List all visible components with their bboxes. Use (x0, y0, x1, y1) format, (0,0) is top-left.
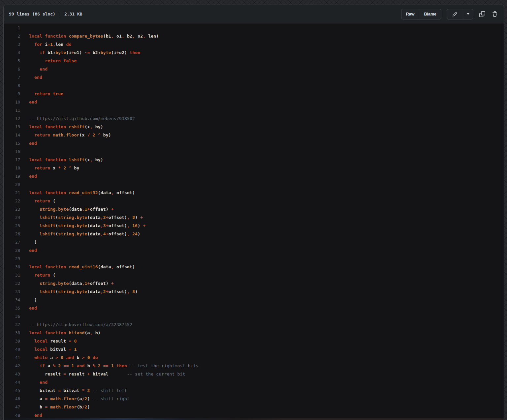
line-number[interactable]: 5 (4, 57, 20, 65)
line-number[interactable]: 6 (4, 65, 20, 73)
line-number[interactable]: 14 (4, 131, 20, 139)
line-number[interactable]: 18 (4, 164, 20, 172)
line-number[interactable]: 37 (4, 320, 20, 329)
code-token: + (87, 372, 93, 376)
line-number[interactable]: 44 (4, 378, 20, 386)
line-number[interactable]: 29 (4, 255, 20, 263)
line-number[interactable]: 45 (4, 386, 20, 395)
line-number[interactable]: 24 (4, 213, 20, 222)
code-token: -- set the current bit (127, 372, 185, 376)
line-number[interactable]: 21 (4, 189, 20, 197)
code-token: * (58, 165, 63, 170)
code-line: 21local function read_uint32(data, offse… (4, 189, 504, 197)
line-number[interactable]: 36 (4, 312, 20, 320)
line-number[interactable]: 3 (4, 40, 20, 48)
code-text: end (20, 378, 48, 386)
line-number[interactable]: 23 (4, 205, 20, 213)
line-number[interactable]: 30 (4, 263, 20, 271)
code-text: end (20, 73, 42, 81)
copy-button[interactable] (479, 11, 486, 18)
bottom-edge (4, 418, 504, 420)
code-token: ( (53, 273, 55, 278)
line-number[interactable]: 40 (4, 345, 20, 353)
meta-divider (60, 11, 60, 17)
line-number[interactable]: 22 (4, 197, 20, 205)
code-token (29, 347, 34, 352)
line-number[interactable]: 43 (4, 370, 20, 378)
code-token: local function (29, 330, 69, 335)
trash-icon (492, 11, 498, 17)
code-text: ) (20, 238, 37, 246)
edit-button[interactable] (447, 9, 463, 19)
code-text: local function bitand(a, b) (20, 329, 101, 337)
line-number[interactable]: 2 (4, 32, 20, 40)
code-text: end (20, 304, 37, 312)
code-text: result = result + bitval -- set the curr… (20, 370, 185, 378)
code-token: a (48, 363, 53, 368)
line-number[interactable]: 20 (4, 180, 20, 189)
line-number[interactable]: 19 (4, 172, 20, 180)
line-number[interactable]: 16 (4, 147, 20, 156)
code-token: and (66, 355, 77, 360)
line-number[interactable]: 17 (4, 156, 20, 164)
code-token: (i (111, 50, 116, 55)
line-number[interactable]: 31 (4, 271, 20, 279)
code-line: 7 end (4, 73, 504, 81)
code-token: (x (85, 124, 90, 129)
line-number[interactable]: 27 (4, 238, 20, 246)
line-number[interactable]: 39 (4, 337, 20, 345)
line-number[interactable]: 35 (4, 304, 20, 312)
code-token: if (40, 50, 48, 55)
code-token: 0 (87, 355, 93, 360)
code-token: local function (29, 157, 69, 162)
code-line: 27 ) (4, 238, 504, 246)
line-number[interactable]: 12 (4, 114, 20, 123)
line-number[interactable]: 47 (4, 403, 20, 411)
blame-button[interactable]: Blame (419, 9, 441, 19)
line-number[interactable]: 28 (4, 246, 20, 255)
code-token (29, 363, 40, 368)
line-number[interactable]: 42 (4, 362, 20, 370)
line-number[interactable]: 7 (4, 73, 20, 81)
code-token: (x (85, 157, 90, 162)
line-number[interactable]: 46 (4, 395, 20, 403)
line-number[interactable]: 10 (4, 98, 20, 106)
code-token (29, 339, 34, 344)
delete-button[interactable] (491, 11, 498, 18)
line-number[interactable]: 1 (4, 24, 20, 32)
code-text (20, 81, 29, 90)
edit-dropdown-button[interactable] (463, 9, 473, 19)
code-token: offset) (114, 264, 135, 269)
code-token (29, 50, 40, 55)
code-token: i (45, 42, 48, 47)
line-number[interactable]: 15 (4, 139, 20, 147)
code-token: 8 (130, 289, 135, 294)
code-token: % (53, 363, 58, 368)
line-number[interactable]: 38 (4, 329, 20, 337)
line-number[interactable]: 41 (4, 353, 20, 362)
code-token: 1 (71, 363, 77, 368)
code-token: offset) (90, 281, 111, 286)
code-token: bitval (93, 372, 109, 376)
line-number[interactable]: 33 (4, 287, 20, 296)
line-number[interactable]: 25 (4, 222, 20, 230)
code-token: 1 (74, 347, 77, 352)
code-token: ) (138, 223, 143, 228)
line-number[interactable]: 34 (4, 296, 20, 304)
code-line: 11 (4, 106, 504, 114)
code-token: rshift (69, 124, 84, 129)
code-line: 44 end (4, 378, 504, 386)
line-number[interactable]: 4 (4, 48, 20, 57)
line-number[interactable]: 11 (4, 106, 20, 114)
line-number[interactable]: 9 (4, 90, 20, 98)
code-token (29, 58, 45, 63)
line-number[interactable]: 13 (4, 123, 20, 131)
line-number[interactable]: 8 (4, 81, 20, 90)
line-number[interactable]: 26 (4, 230, 20, 238)
code-token: 1 (85, 207, 87, 212)
line-number[interactable]: 32 (4, 279, 20, 287)
code-text: local function read_uint16(data, offset) (20, 263, 135, 271)
code-line: 31 return ( (4, 271, 504, 279)
code-token: + (111, 207, 114, 212)
raw-button[interactable]: Raw (401, 9, 419, 19)
